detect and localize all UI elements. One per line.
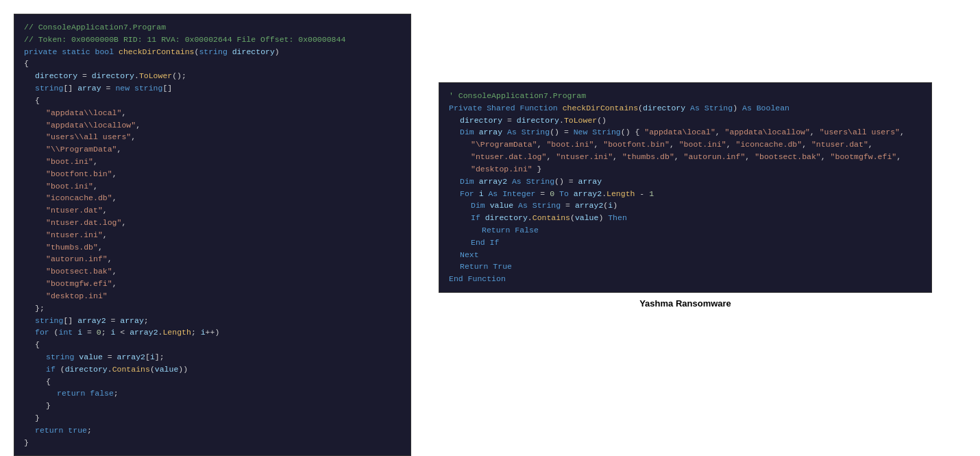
right-next: Next — [449, 249, 922, 261]
left-brace-open: { — [24, 58, 401, 70]
left-str-4: "\\ProgramData", — [24, 143, 401, 156]
left-panel: // ConsoleApplication7.Program // Token:… — [14, 14, 411, 456]
left-brace-close: } — [24, 437, 401, 449]
left-return-true: return true; — [24, 424, 401, 437]
left-line-1: directory = directory.ToLower(); — [24, 70, 401, 82]
left-value: string value = array2[i]; — [24, 351, 401, 363]
left-str-7: "boot.ini", — [24, 180, 401, 193]
right-for: For i As Integer = 0 To array2.Length - … — [449, 188, 922, 200]
left-signature: private static bool checkDirContains(str… — [24, 46, 401, 58]
right-signature: Private Shared Function checkDirContains… — [449, 102, 922, 115]
left-array-close: }; — [24, 302, 401, 315]
left-str-12: "thumbs.db", — [24, 241, 401, 254]
left-str-10: "ntuser.dat.log", — [24, 217, 401, 229]
right-panel: ' ConsoleApplication7.Program Private Sh… — [439, 82, 932, 309]
right-tolower: directory = directory.ToLower() — [449, 115, 922, 127]
right-return-true: Return True — [449, 261, 922, 273]
left-str-1: "appdata\\local", — [24, 107, 401, 119]
left-array-open: { — [24, 95, 401, 107]
right-dim-array-3: "ntuser.dat.log", "ntuser.ini", "thumbs.… — [449, 151, 922, 163]
right-return-false: Return False — [449, 224, 922, 237]
left-if-open: { — [24, 376, 401, 388]
right-dim-array-2: "\ProgramData", "boot.ini", "bootfont.bi… — [449, 139, 922, 151]
left-str-6: "bootfont.bin", — [24, 168, 401, 180]
left-comment2: // Token: 0x0600000B RID: 11 RVA: 0x0000… — [24, 34, 401, 46]
left-str-11: "ntuser.ini", — [24, 229, 401, 241]
left-for-close: } — [24, 412, 401, 424]
left-if: if (directory.Contains(value)) — [24, 363, 401, 376]
left-code-box: // ConsoleApplication7.Program // Token:… — [14, 14, 411, 456]
left-if-close: } — [24, 400, 401, 412]
right-code-box: ' ConsoleApplication7.Program Private Sh… — [439, 82, 932, 293]
left-str-13: "autorun.inf", — [24, 253, 401, 265]
left-str-14: "bootsect.bak", — [24, 265, 401, 278]
left-return-false: return false; — [24, 387, 401, 400]
right-dim-array2: Dim array2 As String() = array — [449, 176, 922, 188]
right-if: If directory.Contains(value) Then — [449, 212, 922, 224]
left-str-15: "bootmgfw.efi", — [24, 278, 401, 290]
left-str-5: "boot.ini", — [24, 156, 401, 168]
right-comment: ' ConsoleApplication7.Program — [449, 90, 922, 102]
left-for: for (int i = 0; i < array2.Length; i++) — [24, 326, 401, 339]
left-for-open: { — [24, 339, 401, 351]
right-dim-value: Dim value As String = array2(i) — [449, 200, 922, 212]
right-caption: Yashma Ransomware — [639, 298, 731, 309]
left-str-16: "desktop.ini" — [24, 290, 401, 302]
left-str-2: "appdata\\locallow", — [24, 119, 401, 132]
left-str-8: "iconcache.db", — [24, 192, 401, 204]
left-line-2: string[] array = new string[] — [24, 82, 401, 95]
right-end-function: End Function — [449, 273, 922, 285]
left-str-9: "ntuser.dat", — [24, 204, 401, 217]
right-end-if: End If — [449, 237, 922, 249]
left-comment1: // ConsoleApplication7.Program — [24, 21, 401, 34]
right-dim-array-1: Dim array As String() = New String() { "… — [449, 126, 922, 139]
left-array2: string[] array2 = array; — [24, 315, 401, 327]
left-str-3: "users\\all users", — [24, 131, 401, 143]
right-dim-array-4: "desktop.ini" } — [449, 163, 922, 176]
